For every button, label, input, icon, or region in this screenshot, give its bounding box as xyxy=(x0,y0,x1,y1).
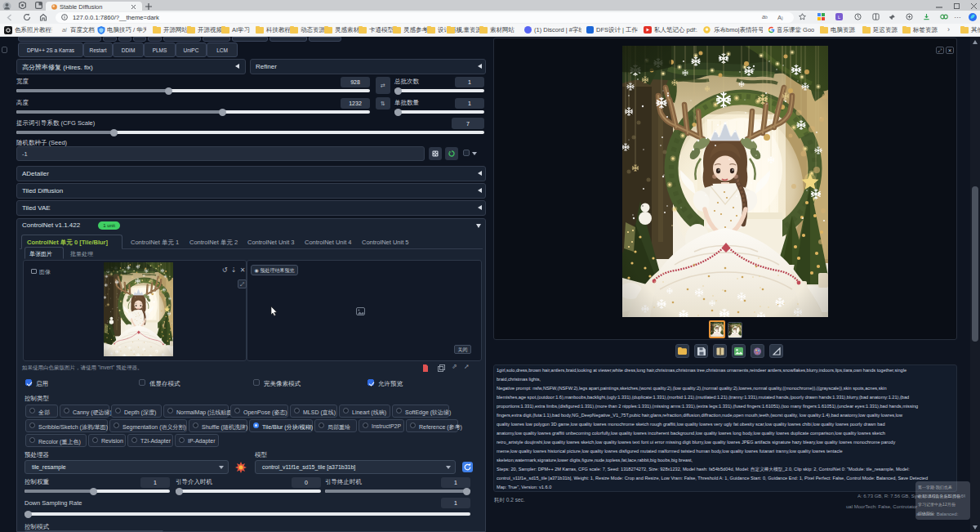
svg-text:L: L xyxy=(838,15,840,20)
